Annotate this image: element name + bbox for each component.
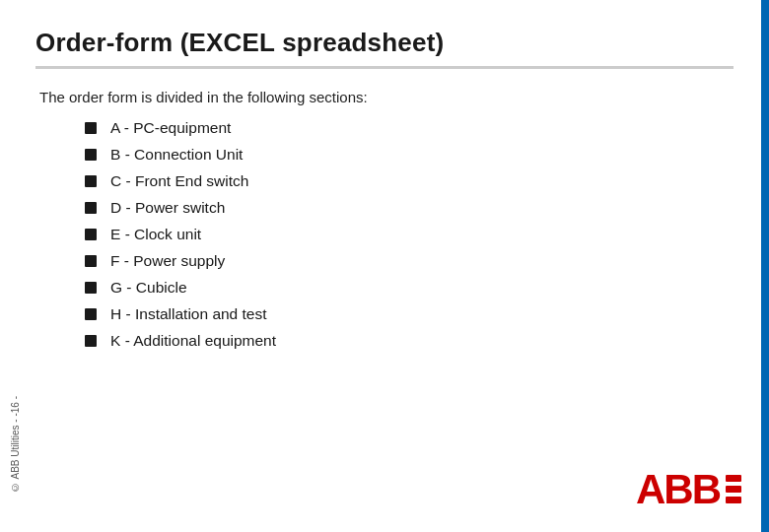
bullet-icon bbox=[85, 335, 97, 347]
item-label: D - Power switch bbox=[110, 199, 225, 217]
section-list: A - PC-equipment B - Connection Unit C -… bbox=[85, 119, 734, 350]
abb-logo: ABB bbox=[636, 469, 741, 510]
bullet-icon bbox=[85, 202, 97, 214]
item-label: H - Installation and test bbox=[110, 305, 267, 323]
list-item: C - Front End switch bbox=[85, 172, 734, 190]
list-item: G - Cubicle bbox=[85, 279, 734, 297]
list-item: A - PC-equipment bbox=[85, 119, 734, 137]
abb-dash-top bbox=[726, 475, 741, 482]
item-label: C - Front End switch bbox=[110, 172, 248, 190]
abb-dash-middle bbox=[726, 486, 741, 493]
bullet-icon bbox=[85, 149, 97, 161]
bullet-icon bbox=[85, 308, 97, 320]
item-label: K - Additional equipment bbox=[110, 332, 276, 350]
page-title: Order-form (EXCEL spreadsheet) bbox=[35, 28, 734, 58]
list-item: F - Power supply bbox=[85, 252, 734, 270]
item-label: A - PC-equipment bbox=[110, 119, 231, 137]
footer-copyright: © ABB Utilities - -16 - bbox=[10, 396, 21, 493]
item-label: E - Clock unit bbox=[110, 226, 201, 243]
list-item: H - Installation and test bbox=[85, 305, 734, 323]
abb-dash-bottom bbox=[726, 497, 741, 503]
abb-logo-dashes bbox=[726, 475, 741, 503]
list-item: E - Clock unit bbox=[85, 226, 734, 243]
abb-logo-text: ABB bbox=[636, 469, 720, 510]
bullet-icon bbox=[85, 175, 97, 187]
bullet-icon bbox=[85, 255, 97, 267]
item-label: G - Cubicle bbox=[110, 279, 187, 297]
bullet-icon bbox=[85, 282, 97, 294]
list-item: B - Connection Unit bbox=[85, 146, 734, 164]
item-label: B - Connection Unit bbox=[110, 146, 243, 164]
bullet-icon bbox=[85, 229, 97, 240]
slide: Order-form (EXCEL spreadsheet) The order… bbox=[0, 0, 769, 532]
list-item: K - Additional equipment bbox=[85, 332, 734, 350]
accent-bar bbox=[761, 0, 769, 532]
subtitle-text: The order form is divided in the followi… bbox=[39, 89, 734, 105]
item-label: F - Power supply bbox=[110, 252, 225, 270]
title-bar: Order-form (EXCEL spreadsheet) bbox=[35, 28, 734, 69]
bullet-icon bbox=[85, 122, 97, 134]
list-item: D - Power switch bbox=[85, 199, 734, 217]
